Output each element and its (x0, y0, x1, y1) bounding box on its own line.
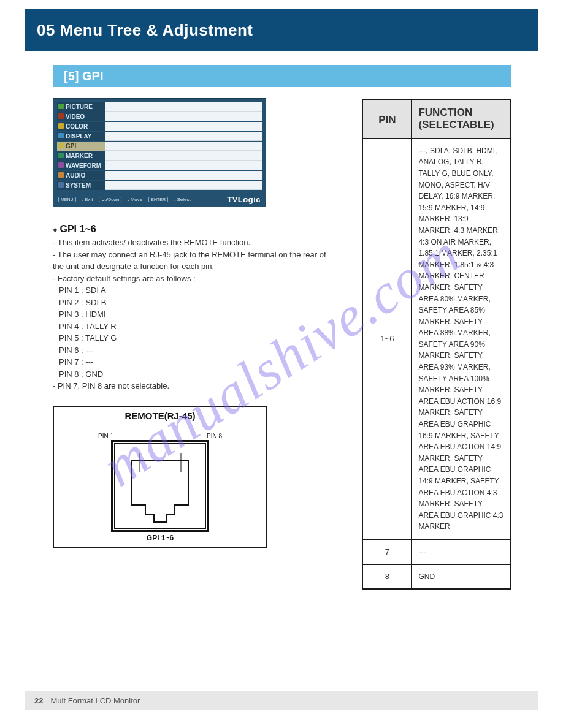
table-row: 1~6 ---, SDI A, SDI B, HDMI, ANALOG, TAL… (363, 139, 510, 540)
page-header: 05 Menu Tree & Adjustment (25, 9, 538, 51)
rj45-icon (111, 440, 209, 532)
menu-value (105, 102, 262, 112)
page-number: 22 (34, 696, 43, 705)
body-line: - PIN 7, PIN 8 are not selectable. (53, 380, 337, 392)
connector-pin-right: PIN 8 (207, 433, 222, 439)
body-text: ● GPI 1~6 - This item activates/ deactiv… (53, 222, 337, 392)
td-function: --- (412, 540, 510, 564)
connector-diagram: REMOTE(RJ-45) PIN 1 PIN 8 GPI 1~6 (53, 406, 267, 548)
pin-line: PIN 1 : SDI A (59, 284, 337, 297)
menu-item-gpi: GPI (57, 142, 105, 151)
td-function: ---, SDI A, SDI B, HDMI, ANALOG, TALLY R… (412, 139, 510, 539)
osd-menu-screenshot: PICTURE VIDEO COLOR DISPLAY GPI MARKER W… (53, 98, 266, 207)
th-function: FUNCTION (SELECTABLE) (412, 100, 510, 138)
menu-item-video: VIDEO (57, 112, 105, 121)
menu-value (105, 181, 262, 190)
td-pin: 1~6 (363, 139, 412, 539)
pin-line: PIN 3 : HDMI (59, 308, 337, 320)
pin-line: PIN 6 : --- (59, 344, 337, 357)
svg-rect-0 (112, 441, 209, 531)
td-pin: 8 (363, 565, 412, 589)
hint-move: : Move (128, 197, 142, 202)
th-pin: PIN (363, 100, 412, 138)
menu-value (105, 151, 262, 161)
menu-value (105, 171, 262, 180)
hint-select: : Select (174, 197, 191, 202)
table-header: PIN FUNCTION (SELECTABLE) (363, 100, 510, 139)
osd-footer: MENU: Exit Up/Down: Move ENTER: Select T… (58, 195, 261, 203)
menu-value (105, 132, 262, 141)
body-line: - The user may connect an RJ-45 jack to … (53, 249, 337, 273)
td-pin: 7 (363, 540, 412, 564)
left-column: PICTURE VIDEO COLOR DISPLAY GPI MARKER W… (53, 98, 337, 590)
hint-exit: : Exit (82, 197, 93, 202)
pin-function-table: PIN FUNCTION (SELECTABLE) 1~6 ---, SDI A… (362, 99, 511, 590)
table-row: 7 --- (363, 540, 510, 565)
menu-item-display: DISPLAY (57, 132, 105, 141)
menu-value (105, 142, 262, 151)
content-row: PICTURE VIDEO COLOR DISPLAY GPI MARKER W… (53, 98, 511, 590)
menu-item-system: SYSTEM (57, 181, 105, 190)
section-title: GPI 1~6 (59, 224, 96, 234)
section-subheader: [5] GPI (53, 65, 511, 87)
table-row: 8 GND (363, 565, 510, 589)
connector-label: REMOTE(RJ-45) (54, 411, 266, 421)
pin-line: PIN 8 : GND (59, 368, 337, 381)
kbd-menu: MENU (58, 197, 76, 202)
menu-value (105, 122, 262, 131)
td-function: GND (412, 565, 510, 589)
body-line: - This item activates/ deactivates the R… (53, 237, 337, 249)
pin-line: PIN 7 : --- (59, 356, 337, 368)
footer-text: Mult Format LCD Monitor (50, 696, 140, 705)
svg-rect-1 (115, 444, 205, 528)
menu-item-marker: MARKER (57, 151, 105, 161)
menu-item-picture: PICTURE (57, 102, 105, 112)
kbd-enter: ENTER (148, 197, 168, 202)
menu-value (105, 112, 262, 121)
connector-pin-left: PIN 1 (98, 433, 113, 439)
menu-item-audio: AUDIO (57, 171, 105, 180)
pin-line: PIN 4 : TALLY R (59, 320, 337, 333)
body-line: - Factory default settings are as follow… (53, 273, 337, 285)
menu-item-color: COLOR (57, 122, 105, 131)
osd-logo: TVLogic (227, 195, 261, 204)
page-footer: 22 Mult Format LCD Monitor (25, 691, 538, 710)
menu-value (105, 161, 262, 170)
connector-caption: GPI 1~6 (54, 534, 266, 542)
pin-line: PIN 5 : TALLY G (59, 332, 337, 344)
kbd-updown: Up/Down (99, 197, 121, 202)
bullet-icon: ● (53, 225, 58, 234)
menu-item-waveform: WAVEFORM (57, 161, 105, 170)
pin-line: PIN 2 : SDI B (59, 297, 337, 309)
